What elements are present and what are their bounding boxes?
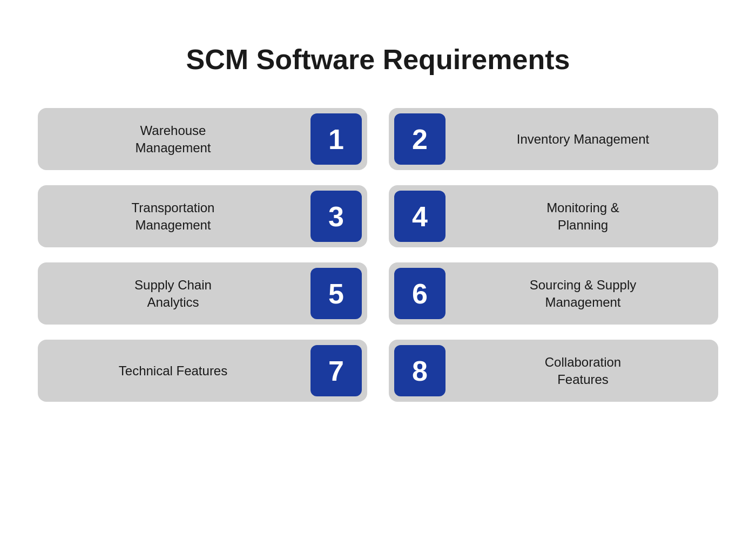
label-2: Inventory Management bbox=[461, 131, 705, 147]
requirements-grid: 1WarehouseManagement2Inventory Managemen… bbox=[38, 108, 718, 402]
number-5: 5 bbox=[328, 280, 344, 308]
card-item-3[interactable]: 3TransportationManagement bbox=[38, 185, 367, 247]
label-8: CollaborationFeatures bbox=[461, 354, 705, 387]
label-6: Sourcing & SupplyManagement bbox=[461, 276, 705, 310]
label-1: WarehouseManagement bbox=[51, 122, 295, 156]
number-box-3: 3 bbox=[310, 191, 362, 242]
number-box-6: 6 bbox=[394, 268, 446, 319]
number-6: 6 bbox=[412, 280, 428, 308]
card-item-5[interactable]: 5Supply ChainAnalytics bbox=[38, 262, 367, 325]
card-item-1[interactable]: 1WarehouseManagement bbox=[38, 108, 367, 170]
label-4: Monitoring &Planning bbox=[461, 199, 705, 233]
number-2: 2 bbox=[412, 125, 428, 153]
card-item-4[interactable]: 4Monitoring &Planning bbox=[389, 185, 718, 247]
number-box-1: 1 bbox=[310, 113, 362, 165]
card-item-7[interactable]: 7Technical Features bbox=[38, 340, 367, 402]
number-4: 4 bbox=[412, 202, 428, 231]
number-1: 1 bbox=[328, 125, 344, 153]
number-box-4: 4 bbox=[394, 191, 446, 242]
number-8: 8 bbox=[412, 357, 428, 385]
card-item-2[interactable]: 2Inventory Management bbox=[389, 108, 718, 170]
card-item-8[interactable]: 8CollaborationFeatures bbox=[389, 340, 718, 402]
label-5: Supply ChainAnalytics bbox=[51, 276, 295, 310]
card-item-6[interactable]: 6Sourcing & SupplyManagement bbox=[389, 262, 718, 325]
number-3: 3 bbox=[328, 202, 344, 231]
number-box-8: 8 bbox=[394, 345, 446, 396]
page-title: SCM Software Requirements bbox=[186, 43, 570, 76]
number-box-2: 2 bbox=[394, 113, 446, 165]
label-3: TransportationManagement bbox=[51, 199, 295, 233]
number-box-5: 5 bbox=[310, 268, 362, 319]
number-box-7: 7 bbox=[310, 345, 362, 396]
number-7: 7 bbox=[328, 357, 344, 385]
label-7: Technical Features bbox=[51, 362, 295, 379]
